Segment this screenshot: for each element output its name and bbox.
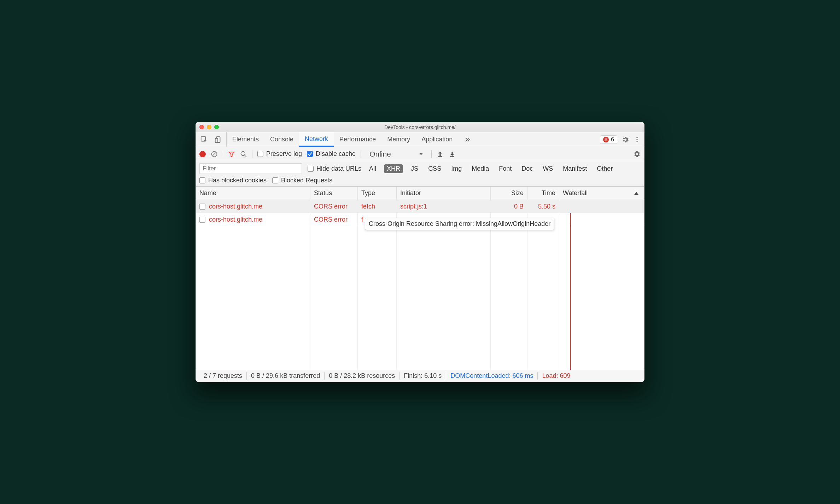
blocked-requests-label: Blocked Requests — [281, 177, 332, 184]
device-toolbar-icon[interactable] — [214, 136, 222, 143]
col-waterfall-label: Waterfall — [563, 189, 588, 197]
svg-point-4 — [636, 139, 637, 140]
svg-rect-10 — [438, 156, 442, 157]
preserve-log-checkbox[interactable]: Preserve log — [257, 150, 302, 158]
filter-type-css[interactable]: CSS — [426, 164, 443, 173]
devtools-window: DevTools - cors-errors.glitch.me/ Elemen… — [196, 122, 644, 382]
window-title: DevTools - cors-errors.glitch.me/ — [196, 124, 644, 130]
search-icon[interactable] — [240, 151, 247, 158]
disable-cache-label: Disable cache — [316, 150, 356, 158]
tab-performance[interactable]: Performance — [334, 132, 381, 147]
filter-type-media[interactable]: Media — [469, 164, 491, 173]
filter-type-xhr[interactable]: XHR — [384, 164, 403, 173]
row-checkbox[interactable] — [199, 217, 205, 223]
status-requests: 2 / 7 requests — [199, 372, 247, 380]
sort-ascending-icon — [634, 192, 638, 195]
filter-type-font[interactable]: Font — [497, 164, 514, 173]
network-settings-gear-icon[interactable] — [633, 150, 641, 158]
more-options-icon[interactable] — [634, 136, 641, 143]
filter-input[interactable] — [199, 163, 302, 174]
panel-tabs: Elements Console Network Performance Mem… — [227, 132, 596, 147]
filter-type-img[interactable]: Img — [449, 164, 464, 173]
request-status: CORS error — [310, 213, 358, 226]
hide-data-urls-checkbox[interactable]: Hide data URLs — [308, 165, 361, 172]
request-name: cors-host.glitch.me — [209, 203, 262, 210]
request-row[interactable]: cors-host.glitch.me CORS error fetch scr… — [196, 200, 644, 213]
tab-elements[interactable]: Elements — [227, 132, 264, 147]
download-har-icon[interactable] — [449, 151, 456, 158]
inspect-element-icon[interactable] — [200, 136, 208, 143]
separator — [361, 150, 361, 158]
titlebar: DevTools - cors-errors.glitch.me/ — [196, 122, 644, 132]
svg-line-7 — [212, 152, 216, 156]
col-status[interactable]: Status — [310, 187, 358, 200]
blocked-requests-checkbox[interactable]: Blocked Requests — [272, 177, 332, 184]
separator — [223, 150, 223, 158]
status-load: Load: 609 — [538, 372, 570, 380]
tab-application[interactable]: Application — [416, 132, 458, 147]
request-size: 0 B — [491, 200, 527, 213]
hide-data-urls-label: Hide data URLs — [316, 165, 361, 172]
filter-type-manifest[interactable]: Manifest — [561, 164, 589, 173]
grid-header: Name Status Type Initiator Size Time Wat… — [196, 187, 644, 200]
network-grid: Name Status Type Initiator Size Time Wat… — [196, 187, 644, 370]
status-finish: Finish: 6.10 s — [399, 372, 446, 380]
filter-bar: Hide data URLs All XHR JS CSS Img Media … — [196, 161, 644, 187]
tab-memory[interactable]: Memory — [381, 132, 416, 147]
status-bar: 2 / 7 requests 0 B / 29.6 kB transferred… — [196, 370, 644, 382]
separator — [431, 150, 432, 158]
disable-cache-checkbox[interactable]: Disable cache — [307, 150, 356, 158]
error-count: 6 — [611, 136, 614, 143]
throttling-select[interactable]: Online — [366, 150, 426, 158]
error-count-badge[interactable]: ✕ 6 — [600, 135, 617, 144]
network-toolbar: Preserve log Disable cache Online — [196, 147, 644, 161]
tab-network[interactable]: Network — [299, 132, 334, 147]
request-type: fetch — [358, 200, 397, 213]
col-name[interactable]: Name — [196, 187, 310, 200]
col-type[interactable]: Type — [358, 187, 397, 200]
upload-har-icon[interactable] — [437, 151, 444, 158]
has-blocked-cookies-label: Has blocked cookies — [208, 177, 267, 184]
svg-point-5 — [636, 141, 637, 142]
request-initiator-link[interactable]: script.js:1 — [400, 203, 427, 210]
svg-rect-11 — [450, 156, 454, 157]
chevron-down-icon — [419, 153, 423, 155]
clear-button[interactable] — [211, 151, 218, 158]
svg-point-8 — [241, 151, 245, 156]
record-button[interactable] — [199, 151, 206, 157]
filter-type-js[interactable]: JS — [409, 164, 420, 173]
tab-console[interactable]: Console — [264, 132, 299, 147]
error-icon: ✕ — [603, 137, 609, 142]
throttling-value: Online — [369, 150, 391, 158]
col-waterfall[interactable]: Waterfall — [559, 187, 644, 200]
preserve-log-label: Preserve log — [266, 150, 302, 158]
grid-body: cors-host.glitch.me CORS error fetch scr… — [196, 200, 644, 370]
request-name: cors-host.glitch.me — [209, 216, 262, 223]
svg-point-3 — [636, 137, 637, 138]
settings-gear-icon[interactable] — [622, 136, 629, 143]
status-domcontentloaded: DOMContentLoaded: 606 ms — [446, 372, 538, 380]
status-tooltip: Cross-Origin Resource Sharing error: Mis… — [365, 218, 554, 230]
status-transferred: 0 B / 29.6 kB transferred — [247, 372, 325, 380]
col-size[interactable]: Size — [491, 187, 527, 200]
col-initiator[interactable]: Initiator — [397, 187, 491, 200]
row-checkbox[interactable] — [199, 204, 205, 210]
filter-type-doc[interactable]: Doc — [519, 164, 535, 173]
filter-toggle-icon[interactable] — [228, 151, 235, 158]
panel-tabbar: Elements Console Network Performance Mem… — [196, 132, 644, 147]
filter-type-ws[interactable]: WS — [541, 164, 555, 173]
more-tabs-button[interactable] — [458, 132, 477, 147]
status-resources: 0 B / 28.2 kB resources — [325, 372, 399, 380]
has-blocked-cookies-checkbox[interactable]: Has blocked cookies — [199, 177, 267, 184]
request-time: 5.50 s — [527, 200, 559, 213]
col-time[interactable]: Time — [527, 187, 559, 200]
separator — [252, 150, 252, 158]
svg-line-9 — [245, 155, 246, 157]
filter-type-other[interactable]: Other — [595, 164, 615, 173]
request-status: CORS error — [310, 200, 358, 213]
filter-type-all[interactable]: All — [367, 164, 378, 173]
svg-rect-2 — [215, 138, 218, 142]
